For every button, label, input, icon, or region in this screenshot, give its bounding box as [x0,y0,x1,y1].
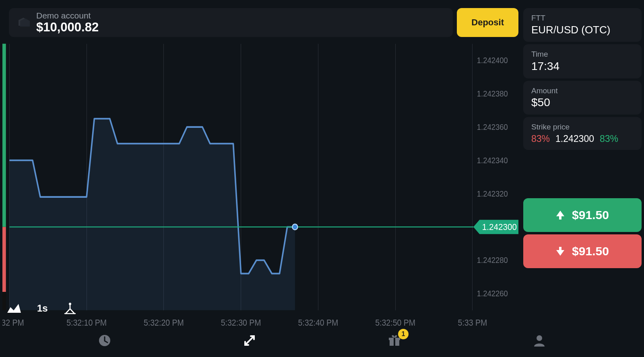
chart-toolbar: 1s [7,302,76,314]
account-balance: $10,000.82 [36,21,99,34]
drawing-tools-icon[interactable] [64,302,76,314]
svg-text:1.242340: 1.242340 [477,156,508,165]
account-label: Demo account [36,11,99,20]
trade-type-label: FTT [531,14,634,23]
bottom-nav: 1 [0,326,644,357]
nav-gift-icon[interactable]: 1 [388,334,401,349]
strike-up-pct: 83% [600,133,618,144]
svg-point-33 [537,335,542,341]
time-card[interactable]: Time 17:34 [523,44,642,78]
buy-down-button[interactable]: $91.50 [523,234,642,268]
instrument-name: EUR/USD (OTC) [531,24,634,36]
svg-text:1.242320: 1.242320 [477,189,508,198]
strike-card[interactable]: Strike price 83% 1.242300 83% [523,117,642,150]
buy-down-amount: $91.50 [572,244,609,258]
svg-point-28 [69,303,71,305]
arrow-down-icon [556,246,565,256]
amount-label: Amount [531,86,634,96]
strike-price: 1.242300 [555,133,594,144]
svg-rect-27 [2,292,6,310]
nav-expand-icon[interactable] [243,334,256,349]
price-chart[interactable]: 1.2424001.2423801.2423601.2423401.242320… [2,42,518,357]
svg-rect-32 [394,338,395,346]
deposit-button[interactable]: Deposit [457,8,518,37]
amount-card[interactable]: Amount $50 [523,81,642,115]
svg-point-23 [292,224,297,230]
svg-text:1.242400: 1.242400 [477,56,508,65]
nav-history-icon[interactable] [98,334,111,349]
account-card[interactable]: Demo account $10,000.82 [9,8,453,37]
amount-value: $50 [531,96,634,109]
nav-profile-icon[interactable] [533,334,546,349]
strike-down-pct: 83% [531,133,550,144]
time-label: Time [531,50,634,59]
arrow-up-icon [556,210,565,220]
chart-type-icon[interactable] [7,303,21,314]
svg-text:1.242300: 1.242300 [482,222,517,232]
svg-rect-25 [2,44,6,227]
svg-text:1.242260: 1.242260 [477,289,508,298]
instrument-card[interactable]: FTT EUR/USD (OTC) [523,8,642,42]
strike-label: Strike price [531,123,634,132]
svg-text:1.242360: 1.242360 [477,122,508,131]
svg-text:1.242280: 1.242280 [477,256,508,265]
gift-badge: 1 [398,329,409,339]
buy-up-button[interactable]: $91.50 [523,198,642,232]
buy-up-amount: $91.50 [572,208,609,222]
time-value: 17:34 [531,60,634,73]
svg-rect-26 [2,227,6,292]
interval-selector[interactable]: 1s [37,303,48,314]
svg-text:1.242380: 1.242380 [477,89,508,98]
wallet-icon [18,17,31,28]
